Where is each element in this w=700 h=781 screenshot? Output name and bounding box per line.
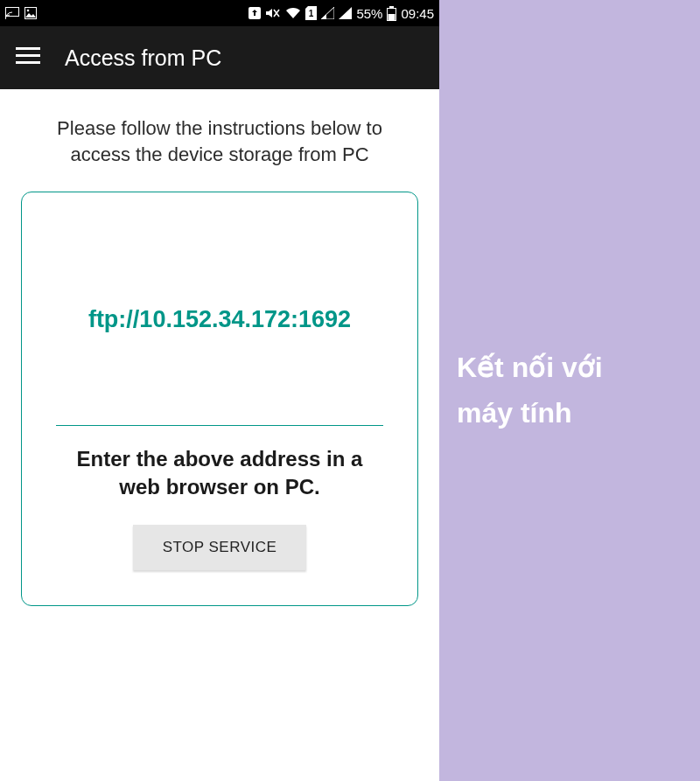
divider	[56, 425, 383, 426]
battery-percent: 55%	[356, 6, 382, 21]
ftp-address: ftp://10.152.34.172:1692	[88, 306, 351, 333]
instructions-text: Please follow the instructions below to …	[21, 115, 418, 192]
svg-rect-11	[16, 54, 40, 57]
stop-service-button[interactable]: STOP SERVICE	[133, 525, 307, 570]
page-title: Access from PC	[65, 45, 221, 71]
cast-icon	[5, 7, 19, 19]
signal-1-icon	[321, 7, 334, 19]
status-right: 1 55% 09:4	[248, 6, 434, 21]
clock: 09:45	[401, 6, 434, 21]
svg-rect-12	[16, 61, 40, 64]
signal-2-icon	[339, 7, 352, 19]
side-panel: Kết nối với máy tính	[439, 0, 700, 781]
status-left	[5, 7, 37, 19]
svg-rect-9	[388, 14, 396, 20]
side-line1: Kết nối với	[457, 352, 603, 383]
sim-1-icon: 1	[305, 6, 317, 20]
side-line2: máy tính	[457, 397, 572, 429]
phone-screen: 1 55% 09:4	[0, 0, 439, 781]
enter-address-text: Enter the above address in a web browser…	[38, 445, 402, 524]
update-icon	[248, 7, 261, 19]
app-bar: Access from PC	[0, 26, 439, 89]
mute-icon	[265, 7, 281, 19]
content-area: Please follow the instructions below to …	[0, 89, 439, 781]
side-caption: Kết nối với máy tính	[457, 345, 603, 435]
wifi-icon	[285, 7, 301, 19]
image-icon	[24, 7, 37, 19]
ftp-card: ftp://10.152.34.172:1692 Enter the above…	[21, 192, 418, 605]
battery-icon	[387, 6, 396, 21]
menu-icon[interactable]	[16, 47, 40, 68]
svg-rect-10	[16, 47, 40, 50]
svg-rect-7	[389, 6, 394, 8]
status-bar: 1 55% 09:4	[0, 0, 439, 26]
svg-point-2	[27, 10, 30, 12]
svg-text:1: 1	[309, 9, 314, 18]
